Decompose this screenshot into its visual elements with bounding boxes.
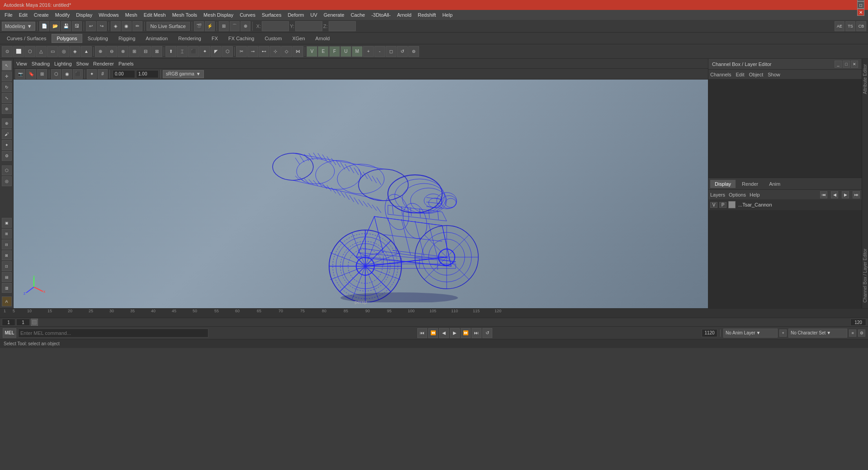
universal-manip[interactable]: ⊛ [2,104,12,114]
viewport-canvas[interactable]: x y z persp [14,80,708,308]
menu-redshift[interactable]: Redshift [415,11,439,19]
vp-value1-input[interactable] [113,70,135,78]
anim-layer-dropdown[interactable]: No Anim Layer ▼ [723,329,778,338]
menu-help[interactable]: Help [439,11,455,19]
cb-tab-object[interactable]: Object [749,72,763,77]
menu-create[interactable]: Create [31,11,52,19]
mel-label[interactable]: MEL [3,328,16,338]
detach-btn[interactable]: ⊷ [259,46,269,57]
cb-tab-show[interactable]: Show [768,72,780,77]
mel-input[interactable] [18,329,208,338]
menu-modify[interactable]: Modify [52,11,72,19]
tool-settings-btn[interactable]: TS [845,21,855,31]
vp-menu-show[interactable]: Show [76,61,89,66]
render-btn[interactable]: 🎬 [194,21,204,31]
bridge-btn[interactable]: ⌶ [177,46,188,57]
panel-minimize-btn[interactable]: _ [835,61,842,68]
play-start-btn[interactable]: ⏮ [417,328,427,338]
save-file-btn[interactable]: 💾 [61,21,71,31]
y-input[interactable] [295,21,322,31]
close-button[interactable]: ✕ [857,9,864,16]
sculpt-btn[interactable]: ✦ [2,140,12,150]
mesh-combine-btn[interactable]: ⊕ [95,46,106,57]
open-file-btn[interactable]: 📂 [50,21,60,31]
mesh-boolean-diff-btn[interactable]: ⊟ [140,46,151,57]
layer-entry[interactable]: V P ...Tsar_Cannon [708,199,862,210]
extrude-btn[interactable]: ⬆ [165,46,176,57]
menu-file[interactable]: File [2,11,15,19]
sel-edge-btn[interactable]: E [318,46,329,57]
split-poly-btn[interactable]: ✂ [236,46,247,57]
vp-camera-btn[interactable]: 📷 [15,69,25,79]
tab-fx[interactable]: FX [207,34,223,43]
display-panel3[interactable]: ⊟ [2,240,12,249]
fill-hole-btn[interactable]: ⬛ [188,46,199,57]
show-manip[interactable]: ⚙ [2,151,12,161]
current-frame-input[interactable] [16,319,30,326]
loop-btn[interactable]: ↺ [482,328,492,338]
select-tool[interactable]: ↖ [2,61,12,70]
vp-value2-input[interactable] [136,70,159,78]
maximize-button[interactable]: □ [857,1,864,9]
play-back-btn[interactable]: ◀ [439,328,449,338]
channel-box-btn[interactable]: CB [856,21,866,31]
mesh-separate-btn[interactable]: ⊖ [106,46,117,57]
vp-menu-panels[interactable]: Panels [118,61,134,66]
mesh-prism-btn[interactable]: ◈ [70,46,80,57]
sel-face-btn[interactable]: F [329,46,340,57]
menu-generate[interactable]: Generate [321,11,347,19]
mesh-boolean-int-btn[interactable]: ⊠ [151,46,162,57]
options-tab[interactable]: Options [729,192,746,197]
snap-point-btn[interactable]: ⊕ [241,21,250,31]
merge-btn[interactable]: ⊹ [270,46,281,57]
arnold-icon[interactable]: A [2,296,12,306]
x-input[interactable] [262,21,289,31]
auto-key-btn[interactable] [31,319,38,326]
color-profile-dropdown[interactable]: sRGB gamma ▼ [163,70,204,78]
panel-close-btn[interactable]: ✕ [851,61,858,68]
vp-bookmark-btn[interactable]: 🔖 [26,69,36,79]
frame-end-input[interactable] [850,319,866,326]
anim-layer-add-btn[interactable]: + [779,329,787,337]
tab-polygons[interactable]: Polygons [52,34,82,43]
tab-display[interactable]: Display [710,180,736,188]
vp-menu-view[interactable]: View [16,61,27,66]
attr-editor-btn[interactable]: AE [835,21,844,31]
layer-color-swatch[interactable] [728,201,736,208]
tab-anim[interactable]: Anim [764,180,785,188]
vp-menu-shading[interactable]: Shading [32,61,50,66]
char-set-dropdown[interactable]: No Character Set ▼ [788,329,847,338]
menu-mesh-tools[interactable]: Mesh Tools [170,11,200,19]
vp-smooth-btn[interactable]: ◉ [62,69,72,79]
tab-animation[interactable]: Animation [141,34,173,43]
sel-border-btn[interactable]: ◻ [386,46,396,57]
layer-nav-btn2[interactable]: ◀ [831,191,838,198]
help-tab[interactable]: Help [750,192,760,197]
prev-key-btn[interactable]: ⏪ [428,328,438,338]
rotate-tool[interactable]: ↻ [2,82,12,92]
shrink-sel-btn[interactable]: - [374,46,385,57]
ipr-btn[interactable]: ⚡ [205,21,215,31]
tab-custom[interactable]: Custom [260,34,287,43]
attr-editor-label[interactable]: Attribute Editor [863,64,868,94]
mesh-plane-btn[interactable]: ▭ [47,46,58,57]
menu-mesh-display[interactable]: Mesh Display [201,11,236,19]
tab-render[interactable]: Render [737,180,763,188]
display-panel6[interactable]: ▤ [2,272,12,282]
char-set-btn[interactable]: ≡ [849,329,856,337]
menu-3dtoall[interactable]: -3DtoAll- [368,11,393,19]
paint-ops[interactable]: 🖌 [2,129,12,139]
select-tool-btn[interactable]: ◈ [111,21,121,31]
mesh-boolean-union-btn[interactable]: ⊞ [129,46,140,57]
lasso-select-btn[interactable]: ◉ [122,21,132,31]
undo-btn[interactable]: ↩ [86,21,96,31]
vp-xray-btn[interactable]: ✦ [87,69,97,79]
scale-tool[interactable]: ⤡ [2,93,12,103]
menu-curves[interactable]: Curves [237,11,258,19]
tab-curves-surfaces[interactable]: Curves / Surfaces [2,34,51,43]
vp-grid-btn[interactable]: # [98,69,108,79]
mesh-cone-btn[interactable]: △ [36,46,47,57]
redo-btn[interactable]: ↪ [97,21,107,31]
preferences-btn[interactable]: ⚙ [858,329,865,337]
frame-start-input[interactable] [2,319,15,326]
